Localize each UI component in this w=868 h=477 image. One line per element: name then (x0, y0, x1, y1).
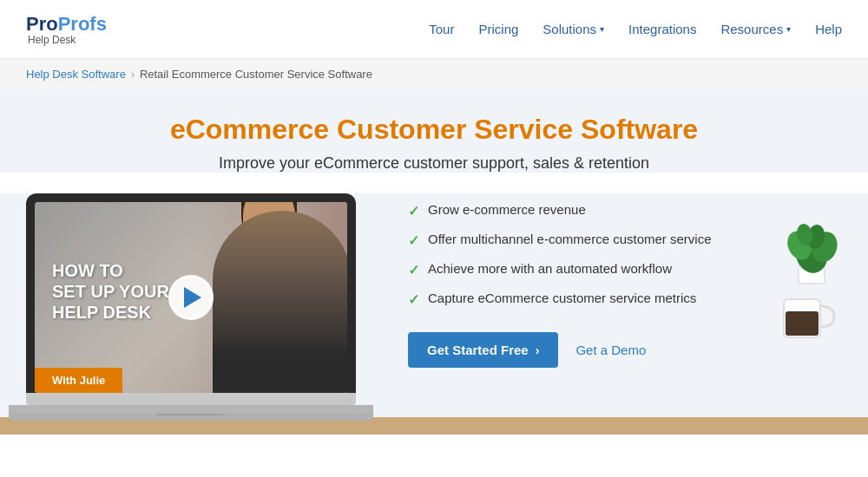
laptop-outer: HOW TO SET UP YOUR HELP DESK With Julie (26, 193, 356, 393)
get-started-label: Get Started Free (427, 343, 529, 357)
check-icon-4: ✓ (408, 291, 419, 308)
feature-item-1: ✓ Grow e-commerce revenue (408, 202, 738, 219)
laptop-base (26, 393, 356, 405)
get-demo-link[interactable]: Get a Demo (575, 343, 646, 357)
feature-text-1: Grow e-commerce revenue (428, 202, 586, 217)
content-area: HOW TO SET UP YOUR HELP DESK With Julie (0, 193, 868, 421)
video-text: HOW TO SET UP YOUR HELP DESK (52, 260, 169, 323)
feature-item-2: ✓ Offer multichannel e-commerce customer… (408, 232, 738, 249)
nav-solutions[interactable]: Solutions ▾ (542, 22, 604, 36)
video-section: HOW TO SET UP YOUR HELP DESK With Julie (26, 193, 373, 421)
logo: ProProfs Help Desk (26, 13, 107, 46)
solutions-caret: ▾ (600, 24, 604, 34)
nav-integrations[interactable]: Integrations (628, 22, 696, 36)
get-started-arrow: › (536, 343, 540, 357)
check-icon-3: ✓ (408, 262, 419, 278)
breadcrumb-separator: › (131, 69, 135, 81)
nav-tour[interactable]: Tour (429, 22, 454, 36)
breadcrumb: Help Desk Software › Retail Ecommerce Cu… (0, 59, 868, 89)
logo-pro: Pro (26, 13, 58, 36)
hero-title: eCommerce Customer Service Software (26, 114, 842, 146)
svg-rect-7 (786, 311, 819, 336)
header: ProProfs Help Desk Tour Pricing Solution… (0, 0, 868, 59)
decor-right (773, 193, 842, 348)
hero-subtitle: Improve your eCommerce customer support,… (26, 154, 842, 173)
feature-text-2: Offer multichannel e-commerce customer s… (428, 232, 712, 246)
hero-section: eCommerce Customer Service Software Impr… (0, 89, 868, 173)
logo-subtitle: Help Desk (26, 34, 107, 46)
nav-pricing[interactable]: Pricing (478, 22, 518, 36)
coffee-mug-svg (777, 292, 838, 344)
feature-list: ✓ Grow e-commerce revenue ✓ Offer multic… (408, 202, 738, 308)
feature-text-4: Capture eCommerce customer service metri… (428, 291, 696, 305)
nav-resources[interactable]: Resources ▾ (720, 22, 791, 36)
cta-row: Get Started Free › Get a Demo (408, 332, 738, 368)
video-line2: SET UP YOUR (52, 281, 169, 302)
check-icon-2: ✓ (408, 232, 419, 249)
laptop-screen: HOW TO SET UP YOUR HELP DESK With Julie (35, 202, 347, 393)
feature-text-3: Achieve more with an automated workflow (428, 261, 672, 276)
check-icon-1: ✓ (408, 203, 419, 219)
nav-help[interactable]: Help (815, 22, 842, 36)
breadcrumb-current: Retail Ecommerce Customer Service Softwa… (140, 68, 372, 81)
video-play-button[interactable] (168, 275, 214, 320)
feature-item-4: ✓ Capture eCommerce customer service met… (408, 291, 738, 308)
with-julie-badge: With Julie (35, 368, 122, 393)
right-content: ✓ Grow e-commerce revenue ✓ Offer multic… (408, 193, 738, 368)
plant-svg (777, 211, 846, 289)
video-line3: HELP DESK (52, 302, 169, 323)
feature-item-3: ✓ Achieve more with an automated workflo… (408, 261, 738, 278)
logo-profs: Profs (58, 13, 107, 36)
resources-caret: ▾ (786, 24, 791, 34)
video-line1: HOW TO (52, 260, 169, 281)
person-body (213, 211, 347, 393)
main-nav: Tour Pricing Solutions ▾ Integrations Re… (429, 22, 842, 36)
video-person (191, 202, 347, 393)
breadcrumb-parent[interactable]: Help Desk Software (26, 68, 126, 81)
plant-decor (777, 211, 838, 289)
get-started-button[interactable]: Get Started Free › (408, 332, 558, 368)
coffee-area (777, 292, 838, 348)
